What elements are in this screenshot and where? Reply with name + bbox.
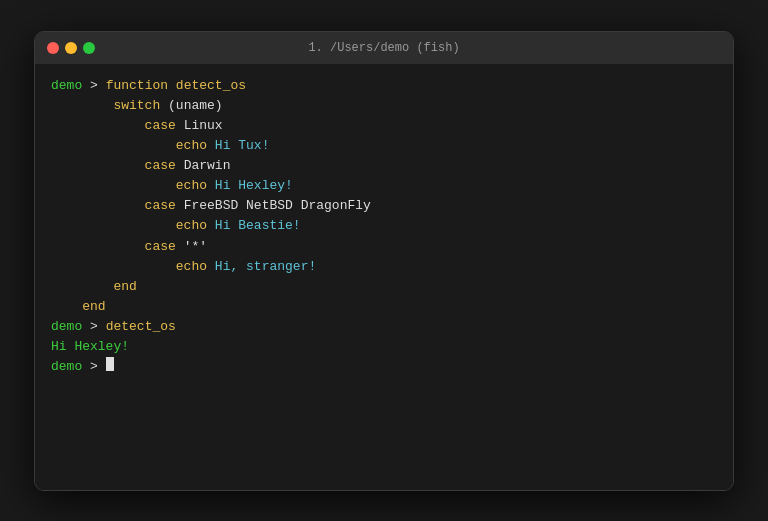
terminal-line: case Darwin xyxy=(51,156,717,176)
terminal-text: detect_os xyxy=(106,317,176,337)
terminal-text: function detect_os xyxy=(106,76,246,96)
close-button[interactable] xyxy=(47,42,59,54)
terminal-line: demo > detect_os xyxy=(51,317,717,337)
terminal-text: echo xyxy=(51,216,215,236)
terminal-cursor xyxy=(106,357,114,371)
terminal-line: demo > function detect_os xyxy=(51,76,717,96)
titlebar: 1. /Users/demo (fish) xyxy=(35,32,733,64)
terminal-line: case FreeBSD NetBSD DragonFly xyxy=(51,196,717,216)
terminal-text: '*' xyxy=(184,237,207,257)
terminal-text: FreeBSD NetBSD DragonFly xyxy=(184,196,371,216)
terminal-line: Hi Hexley! xyxy=(51,337,717,357)
terminal-line: echo Hi, stranger! xyxy=(51,257,717,277)
terminal-line: echo Hi Beastie! xyxy=(51,216,717,236)
terminal-text: echo xyxy=(51,257,215,277)
terminal-text: echo xyxy=(51,136,215,156)
terminal-text: (uname) xyxy=(168,96,223,116)
terminal-line: case '*' xyxy=(51,237,717,257)
terminal-text: case xyxy=(51,196,184,216)
terminal-window: 1. /Users/demo (fish) demo > function de… xyxy=(34,31,734,491)
terminal-text: > xyxy=(82,317,105,337)
terminal-text: Hi Hexley! xyxy=(51,337,129,357)
terminal-text: > xyxy=(82,357,105,377)
terminal-line: end xyxy=(51,297,717,317)
terminal-line: end xyxy=(51,277,717,297)
terminal-text: Hi Hexley! xyxy=(215,176,293,196)
terminal-line: echo Hi Hexley! xyxy=(51,176,717,196)
terminal-text: Linux xyxy=(184,116,223,136)
traffic-lights xyxy=(47,42,95,54)
window-title: 1. /Users/demo (fish) xyxy=(308,41,459,55)
minimize-button[interactable] xyxy=(65,42,77,54)
terminal-text: Darwin xyxy=(184,156,231,176)
terminal-text: > xyxy=(82,76,105,96)
terminal-text: Hi Tux! xyxy=(215,136,270,156)
terminal-body[interactable]: demo > function detect_os switch (uname)… xyxy=(35,64,733,490)
terminal-text: end xyxy=(51,297,106,317)
terminal-text: echo xyxy=(51,176,215,196)
terminal-text: demo xyxy=(51,317,82,337)
terminal-line: switch (uname) xyxy=(51,96,717,116)
terminal-text: Hi, stranger! xyxy=(215,257,316,277)
terminal-text: switch xyxy=(51,96,168,116)
terminal-line: echo Hi Tux! xyxy=(51,136,717,156)
terminal-text: demo xyxy=(51,357,82,377)
terminal-line: case Linux xyxy=(51,116,717,136)
terminal-line: demo > xyxy=(51,357,717,377)
terminal-text: demo xyxy=(51,76,82,96)
terminal-text: case xyxy=(51,116,184,136)
maximize-button[interactable] xyxy=(83,42,95,54)
terminal-text: Hi Beastie! xyxy=(215,216,301,236)
terminal-text: case xyxy=(51,156,184,176)
terminal-text: case xyxy=(51,237,184,257)
terminal-text: end xyxy=(51,277,137,297)
